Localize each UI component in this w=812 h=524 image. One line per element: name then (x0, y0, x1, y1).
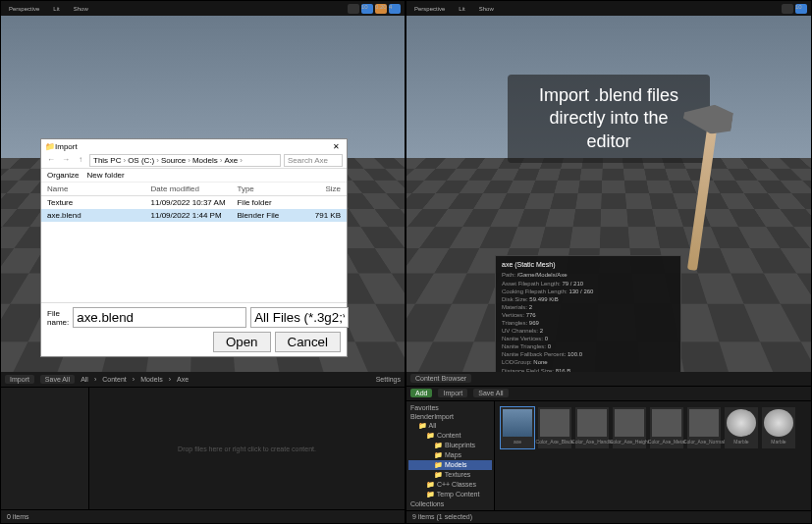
tooltip-row: Nanite Fallback Percent: 100.0 (502, 350, 675, 358)
tree-item[interactable]: 📁 Models (408, 460, 492, 470)
tree-item[interactable]: 📁 All (408, 421, 492, 431)
asset-thumbnail[interactable]: Color_Axe_Handle (575, 407, 609, 448)
col-size[interactable]: Size (298, 184, 341, 193)
tooltip-row: UV Channels: 2 (502, 327, 675, 335)
breadcrumb-seg[interactable]: Models (192, 156, 218, 165)
file-type: Blender File (237, 211, 298, 220)
import-button[interactable]: Import (5, 375, 34, 384)
item-count: 0 items (7, 513, 29, 520)
tooltip-row: Triangles: 969 (502, 319, 675, 327)
tree-item[interactable]: 📁 Textures (408, 470, 492, 480)
breadcrumb-seg[interactable]: OS (C:) (128, 156, 154, 165)
asset-thumbnail[interactable]: Marble (762, 407, 795, 448)
list-item[interactable]: Texture 11/09/2022 10:37 AM File folder (41, 196, 347, 209)
saveall-button[interactable]: Save All (40, 375, 75, 384)
asset-thumbnail[interactable]: Color_Axe_Metal (650, 407, 683, 448)
lit-dropdown[interactable]: Lit (455, 5, 468, 13)
crumb[interactable]: Models (140, 376, 163, 383)
nav-forward-icon[interactable]: → (60, 155, 72, 167)
nav-up-icon[interactable]: ↑ (75, 155, 86, 167)
perspective-dropdown[interactable]: Perspective (410, 5, 449, 13)
tooltip-row: Nanite Vertices: 0 (502, 335, 675, 342)
cb-statusbar: 0 items (1, 509, 405, 523)
tree-item[interactable]: 📁 Blueprints (408, 441, 492, 450)
tooltip-row: Nanite Triangles: 0 (502, 342, 675, 350)
import-button[interactable]: Import (438, 389, 467, 397)
list-item[interactable]: axe.blend 11/09/2022 1:44 PM Blender Fil… (41, 209, 347, 222)
col-name[interactable]: Name (47, 184, 151, 193)
folder-icon: 📁 (45, 142, 55, 151)
filename-input[interactable] (73, 307, 246, 328)
cb-toolbar: Add Import Save All (406, 387, 811, 401)
open-button[interactable]: Open (213, 332, 271, 352)
add-button[interactable]: Add (410, 389, 432, 397)
asset-tooltip: axe (Static Mesh) Path: /Game/Models/Axe… (495, 255, 681, 372)
cb-empty-area[interactable]: Drop files here or right click to create… (89, 388, 405, 509)
scale-snap-chip[interactable]: 4 (389, 4, 401, 14)
tree-item[interactable]: 📁 Content (408, 431, 492, 441)
right-editor-pane: Perspective Lit Show 10 Import .blend fi… (406, 0, 812, 524)
breadcrumb-seg[interactable]: Axe (224, 156, 238, 165)
cb-asset-grid[interactable]: axeColor_Axe_BladeColor_Axe_HandleColor_… (495, 401, 811, 510)
breadcrumb-seg[interactable]: Source (161, 156, 186, 165)
asset-thumbnail[interactable]: Color_Axe_Height (613, 407, 646, 448)
tooltip-row: LODGroup: None (502, 358, 675, 366)
breadcrumb-seg[interactable]: This PC (93, 156, 121, 165)
tooltip-row: Disk Size: 59.499 KiB (502, 295, 675, 303)
dialog-footer: File name: Open Cancel (41, 302, 347, 356)
dialog-nav: ← → ↑ This PC› OS (C:)› Source› Models› … (41, 153, 347, 169)
angle-snap-chip[interactable]: 0.20 (375, 4, 387, 14)
show-dropdown[interactable]: Show (475, 5, 498, 13)
grid-snap-chip[interactable]: 10 (795, 4, 807, 14)
newfolder-button[interactable]: New folder (86, 171, 124, 180)
list-header: Name Date modified Type Size (41, 183, 347, 196)
close-icon[interactable]: ✕ (329, 142, 343, 151)
file-name: axe.blend (47, 211, 151, 220)
viewport-3d[interactable]: Import .blend files directly into the ed… (406, 16, 811, 372)
asset-thumbnail[interactable]: Color_Axe_Normal (687, 407, 721, 448)
breadcrumb[interactable]: This PC› OS (C:)› Source› Models› Axe› (89, 154, 281, 167)
axe-head (681, 101, 734, 137)
axe-mesh[interactable] (674, 84, 732, 271)
viewport-toolbar: Perspective Lit Show 10 (406, 1, 811, 16)
settings-button[interactable]: Settings (376, 376, 401, 383)
filetype-filter[interactable] (250, 307, 349, 328)
favorites-header[interactable]: Favorites (408, 403, 492, 412)
search-input[interactable]: Search Axe (284, 154, 343, 167)
item-count: 9 items (1 selected) (412, 513, 472, 520)
nav-back-icon[interactable]: ← (45, 155, 57, 167)
viewport-3d[interactable]: 📁 Import ✕ ← → ↑ This PC› OS (C:)› Sourc… (1, 16, 405, 372)
snap-icon[interactable] (348, 4, 359, 14)
organize-menu[interactable]: Organize (47, 171, 79, 180)
cb-sidebar[interactable] (1, 388, 89, 509)
tooltip-row: Distance Field Size: 816 B (502, 367, 675, 372)
grid-snap-chip[interactable]: 10 (361, 4, 373, 14)
crumb[interactable]: Axe (177, 376, 189, 383)
show-dropdown[interactable]: Show (70, 5, 92, 13)
tree-item[interactable]: 📁 Maps (408, 450, 492, 460)
cancel-button[interactable]: Cancel (275, 332, 342, 352)
crumb[interactable]: Content (102, 376, 127, 383)
cb-tree[interactable]: Favorites BlenderImport 📁 All📁 Content📁 … (406, 401, 495, 510)
saveall-button[interactable]: Save All (473, 389, 508, 397)
lit-dropdown[interactable]: Lit (49, 5, 63, 13)
project-root[interactable]: BlenderImport (408, 412, 492, 421)
tree-item[interactable]: 📁 Temp Content (408, 490, 492, 499)
crumb[interactable]: All (81, 376, 88, 383)
cb-tab[interactable]: Content Browser (410, 374, 471, 383)
collections-header[interactable]: Collections (408, 499, 492, 508)
asset-thumbnail[interactable]: Color_Axe_Blade (538, 407, 571, 448)
axe-handle (687, 114, 719, 271)
file-date: 11/09/2022 10:37 AM (151, 198, 238, 207)
overlay-line2: directly into the editor (525, 107, 692, 153)
tree-item[interactable]: 📁 C++ Classes (408, 480, 492, 490)
perspective-dropdown[interactable]: Perspective (5, 5, 43, 13)
cb-toolbar: Import Save All All› Content› Models› Ax… (1, 372, 405, 388)
col-type[interactable]: Type (237, 184, 298, 193)
col-date[interactable]: Date modified (151, 184, 238, 193)
file-size: 791 KB (298, 211, 341, 220)
asset-thumbnail[interactable]: Marble (725, 407, 758, 448)
file-date: 11/09/2022 1:44 PM (151, 211, 238, 220)
snap-icon[interactable] (782, 4, 793, 14)
asset-thumbnail[interactable]: axe (501, 407, 534, 448)
